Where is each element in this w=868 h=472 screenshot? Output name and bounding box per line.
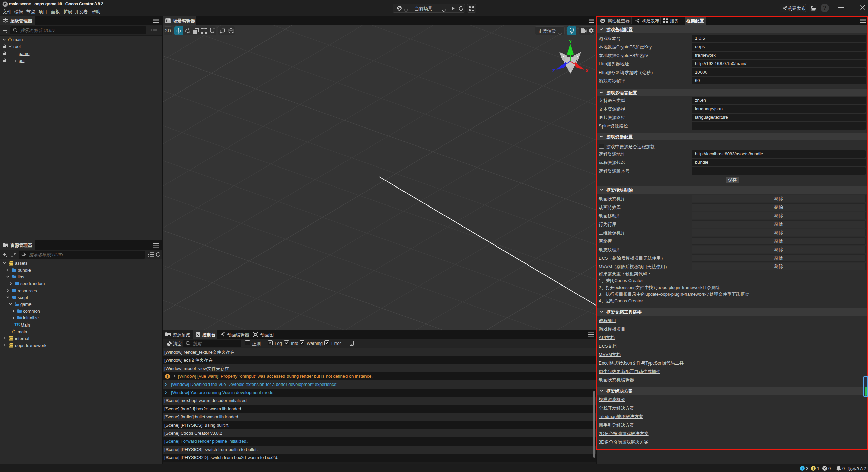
svg-text:i: i [802,467,803,470]
svg-text:Z: Z [552,67,555,73]
svg-text:!: ! [167,374,168,378]
svg-text:Y: Y [569,40,572,44]
svg-text:!: ! [813,466,814,470]
svg-text:X: X [585,67,589,73]
